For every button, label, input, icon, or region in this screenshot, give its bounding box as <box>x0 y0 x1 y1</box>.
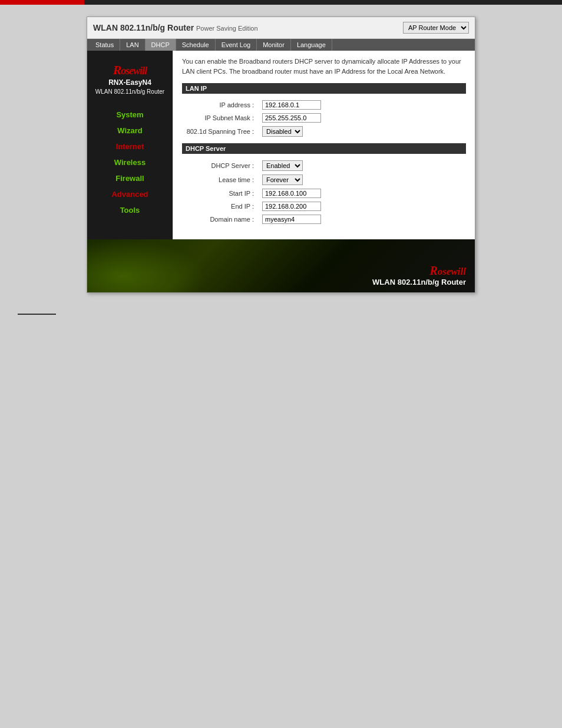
domain-name-row: Domain name : <box>182 213 466 226</box>
tab-dhcp[interactable]: DHCP <box>146 39 176 51</box>
router-model: RNX-EasyN4 WLAN 802.11n/b/g Router <box>93 78 167 101</box>
header-edition: Power Saving Edition <box>196 25 258 32</box>
dhcp-server-row: DHCP Server : EnabledDisabled <box>182 159 466 173</box>
model-name: RNX-EasyN4 <box>108 78 151 87</box>
dhcp-server-value-cell: EnabledDisabled <box>259 159 466 173</box>
header-bar: WLAN 802.11n/b/g Router Power Saving Edi… <box>87 17 475 39</box>
lan-ip-form: IP address : IP Subnet Mask : 802.1d Spa… <box>182 98 466 139</box>
main-content: Rosewill RNX-EasyN4 WLAN 802.11n/b/g Rou… <box>87 51 475 239</box>
start-ip-input[interactable] <box>262 189 321 198</box>
logo-area: Rosewill RNX-EasyN4 WLAN 802.11n/b/g Rou… <box>87 57 173 104</box>
top-bar <box>0 0 562 5</box>
end-ip-value-cell <box>259 200 466 213</box>
subnet-mask-input[interactable] <box>262 113 321 123</box>
nav-tabs: Status LAN DHCP Schedule Event Log Monit… <box>87 39 475 51</box>
footer-area: Rosewill WLAN 802.11n/b/g Router <box>87 239 475 292</box>
domain-name-label: Domain name : <box>182 213 259 226</box>
content-panel: You can enable the Broadband routers DHC… <box>173 51 475 239</box>
router-frame: WLAN 802.11n/b/g Router Power Saving Edi… <box>87 17 475 293</box>
dhcp-server-label: DHCP Server : <box>182 159 259 173</box>
header-brand: WLAN 802.11n/b/g Router <box>93 23 194 32</box>
spanning-tree-label: 802.1d Spanning Tree : <box>182 124 259 139</box>
page-bottom-area <box>0 305 562 327</box>
ip-address-value-cell <box>259 98 466 111</box>
footer-logo: Rosewill WLAN 802.11n/b/g Router <box>372 264 466 286</box>
sidebar-item-wireless[interactable]: Wireless <box>87 154 173 170</box>
sidebar-nav: System Wizard Internet Wireless Firewall… <box>87 104 173 221</box>
sidebar-item-advanced[interactable]: Advanced <box>87 186 173 202</box>
subnet-mask-row: IP Subnet Mask : <box>182 111 466 124</box>
footer-logo-text: Rosewill <box>372 264 466 278</box>
spanning-tree-select[interactable]: DisabledEnabled <box>262 126 303 137</box>
spanning-tree-row: 802.1d Spanning Tree : DisabledEnabled <box>182 124 466 139</box>
mode-selector[interactable]: AP Router Mode <box>403 22 469 34</box>
outer-wrapper: WLAN 802.11n/b/g Router Power Saving Edi… <box>0 5 562 305</box>
lan-ip-section-header: LAN IP <box>182 83 466 94</box>
domain-name-input[interactable] <box>262 215 321 224</box>
start-ip-label: Start IP : <box>182 187 259 200</box>
spanning-tree-value-cell: DisabledEnabled <box>259 124 466 139</box>
bottom-line <box>18 314 56 315</box>
start-ip-row: Start IP : <box>182 187 466 200</box>
subnet-mask-label: IP Subnet Mask : <box>182 111 259 124</box>
sidebar-logo: Rosewill <box>93 62 167 78</box>
end-ip-row: End IP : <box>182 200 466 213</box>
lease-time-row: Lease time : Forever1 hour8 hours24 hour… <box>182 173 466 187</box>
sidebar-item-firewall[interactable]: Firewall <box>87 170 173 186</box>
tab-schedule[interactable]: Schedule <box>176 39 216 51</box>
start-ip-value-cell <box>259 187 466 200</box>
sidebar-item-wizard[interactable]: Wizard <box>87 123 173 139</box>
lease-time-label: Lease time : <box>182 173 259 187</box>
ip-address-label: IP address : <box>182 98 259 111</box>
ip-address-input[interactable] <box>262 100 321 110</box>
content-description: You can enable the Broadband routers DHC… <box>182 57 466 76</box>
model-desc: WLAN 802.11n/b/g Router <box>95 88 164 95</box>
tab-lan[interactable]: LAN <box>120 39 145 51</box>
dhcp-server-select[interactable]: EnabledDisabled <box>262 160 303 171</box>
dhcp-server-section-header: DHCP Server <box>182 143 466 154</box>
footer-router-text: WLAN 802.11n/b/g Router <box>372 278 466 286</box>
header-title: WLAN 802.11n/b/g Router Power Saving Edi… <box>93 23 258 32</box>
tab-eventlog[interactable]: Event Log <box>216 39 257 51</box>
end-ip-label: End IP : <box>182 200 259 213</box>
subnet-mask-value-cell <box>259 111 466 124</box>
sidebar: Rosewill RNX-EasyN4 WLAN 802.11n/b/g Rou… <box>87 51 173 239</box>
lease-time-select[interactable]: Forever1 hour8 hours24 hours <box>262 174 303 185</box>
dhcp-server-form: DHCP Server : EnabledDisabled Lease time… <box>182 159 466 226</box>
sidebar-item-system[interactable]: System <box>87 107 173 123</box>
end-ip-input[interactable] <box>262 202 321 211</box>
lease-time-value-cell: Forever1 hour8 hours24 hours <box>259 173 466 187</box>
tab-language[interactable]: Language <box>291 39 332 51</box>
domain-name-value-cell <box>259 213 466 226</box>
tab-monitor[interactable]: Monitor <box>257 39 291 51</box>
sidebar-item-internet[interactable]: Internet <box>87 139 173 154</box>
ip-address-row: IP address : <box>182 98 466 111</box>
tab-status[interactable]: Status <box>90 39 120 51</box>
sidebar-item-tools[interactable]: Tools <box>87 202 173 218</box>
